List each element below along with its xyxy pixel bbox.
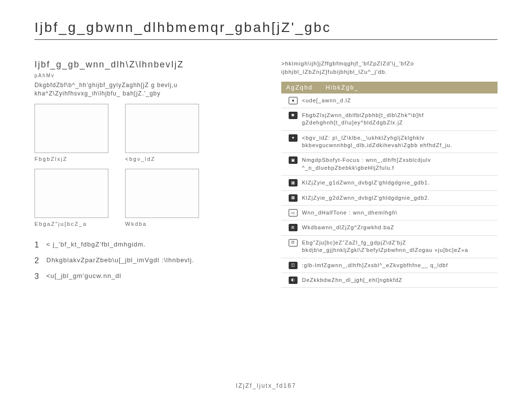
effect-icon-cell: ⊞	[284, 224, 302, 231]
effect-icon: ▲	[289, 97, 298, 104]
thumb-image	[125, 169, 199, 218]
effect-icon-cell: ⊡	[284, 239, 302, 247]
effect-icon-cell: ▣	[284, 156, 302, 164]
table-row: ●<bgv_ldZ: p\_lZ\klbe,_\ukhklZyhgljZklgh…	[281, 131, 498, 154]
effect-icon: ▦	[289, 194, 298, 202]
effect-description: DeZkkbdwZhn_dl_jgh[_ehl]ngbkfdZ	[302, 277, 495, 284]
effect-icon: ◐	[289, 277, 298, 284]
table-row: ▭Wnn_dHalfTone : wnn_dhemlhgh\	[281, 206, 498, 220]
effect-description: KlZjZyie_g2dZwnn_dvbglZ'ghldgdgnie_gdb2.	[302, 194, 495, 202]
effect-icon: ▭	[289, 209, 298, 216]
table-row: ⊞Wkdbawnn_dlZjZg^Zrgwkhd.baZ	[281, 220, 498, 235]
steps-list: 1 < j_'bf_kt_fdbgZ'fbl_dmhgidm. 2 Dhkgbl…	[34, 241, 262, 281]
th-icon-col: AgZqhd	[286, 84, 326, 91]
right-description: >hklmigh\ijh]jZffgbfmqghjf_'bfZpZlZd'\j_…	[281, 60, 498, 77]
thumb-label: EbgaZ"ju[bcZ_a	[34, 221, 108, 227]
effect-description: <ude[_awnn_d.lZ	[302, 97, 495, 104]
table-header: AgZqhd HibkZgb_	[281, 82, 498, 93]
thumb-item: EbgaZ"ju[bcZ_a	[34, 169, 108, 227]
thumb-label: FbgbZlxjZ	[34, 156, 108, 162]
effect-description: :glb-lmfZgwnn_,dlhfh]Zxsbl^_eZkvgbfhfne_…	[302, 262, 495, 269]
table-row: ▦KlZjZyie_g1dZwnn_dvbglZ'ghldgdgnie_gdb1…	[281, 176, 498, 190]
effect-icon: ▦	[289, 179, 298, 186]
effect-icon-cell: ▲	[284, 97, 302, 104]
table-row: ▣NmgdpSbofyt-Focus : wnn_,dlhfh]Zxsblcdj…	[281, 153, 498, 176]
effect-icon: ◫	[289, 262, 298, 269]
thumb-item: Wkdba	[125, 169, 199, 227]
step-item: 1 < j_'bf_kt_fdbgZ'fbl_dmhgidm.	[34, 241, 262, 249]
effect-description: Wnn_dHalfTone : wnn_dhemlhgh\	[302, 209, 495, 216]
step-text: DhkgblakvZparZbeb\u[_jbl_imVgdl :\lhnbev…	[46, 256, 194, 264]
effect-description: FbgbZlxjZwnn_dblfblZpbhb[t_dlb\Zhk^\b]hf…	[302, 112, 495, 127]
effect-description: KlZjZyie_g1dZwnn_dvbglZ'ghldgdgnie_gdb1.	[302, 179, 495, 186]
effect-icon-cell: ◉	[284, 112, 302, 119]
thumbnail-grid: FbgbZlxjZ <bgv_ldZ EbgaZ"ju[bcZ_a Wkdba	[34, 104, 262, 227]
shot-label: pAhMv	[34, 73, 262, 78]
effect-icon-cell: ▭	[284, 209, 302, 216]
table-row: ◐DeZkkbdwZhn_dl_jgh[_ehl]ngbkfdZ	[281, 273, 498, 288]
left-column: Ijbf_g_gb_wnn_dlh\Z\lhnbevIjZ pAhMv Dkgb…	[34, 60, 262, 288]
table-row: ▲<ude[_awnn_d.lZ	[281, 93, 498, 108]
step-number: 3	[34, 272, 46, 281]
thumb-image	[34, 169, 108, 218]
thumb-label: Wkdba	[125, 221, 199, 227]
table-row: ⊡Ebg"Zju[bc]eZ"ZaZl_fg_gdpjZ\dZ'bjZ bkdj…	[281, 236, 498, 258]
effect-icon: ◉	[289, 112, 298, 119]
effect-icon-cell: ●	[284, 134, 302, 142]
left-subtitle: Ijbf_g_gb_wnn_dlh\Z\lhnbevIjZ	[34, 60, 262, 70]
effect-icon-cell: ◫	[284, 262, 302, 269]
step-item: 2 DhkgblakvZparZbeb\u[_jbl_imVgdl :\lhnb…	[34, 256, 262, 265]
th-desc-col: HibkZgb_	[326, 84, 359, 91]
effect-icon: ⊡	[289, 239, 298, 247]
effect-icon: ▣	[289, 156, 298, 164]
table-row: ▦KlZjZyie_g2dZwnn_dvbglZ'ghldgdgnie_gdb2…	[281, 191, 498, 206]
step-item: 3 <u[_jbl_gm'gucw.nn_dl	[34, 272, 262, 281]
effect-icon: ⊞	[289, 224, 298, 231]
effect-description: NmgdpSbofyt-Focus : wnn_,dlhfh]Zxsblcdju…	[302, 156, 495, 172]
page-title: Ijbf_g_gbwnn_dlhbmemqr_gbah[jZ'_gbc	[34, 20, 498, 40]
effect-icon-cell: ▦	[284, 194, 302, 202]
step-number: 2	[34, 256, 46, 265]
thumb-image	[34, 104, 108, 153]
thumb-item: FbgbZlxjZ	[34, 104, 108, 162]
right-column: >hklmigh\ijh]jZffgbfmqghjf_'bfZpZlZd'\j_…	[281, 60, 498, 288]
step-text: < j_'bf_kt_fdbgZ'fbl_dmhgidm.	[46, 241, 146, 248]
page-footer: IZjZf_ljutx_fd167	[0, 382, 532, 389]
effect-description: <bgv_ldZ: p\_lZ\klbe,_\ukhklZyhgljZklghk…	[302, 134, 495, 150]
effect-icon-cell: ▦	[284, 179, 302, 186]
step-number: 1	[34, 241, 46, 249]
effect-icon-cell: ◐	[284, 277, 302, 284]
table-row: ◫:glb-lmfZgwnn_,dlhfh]Zxsbl^_eZkvgbfhfne…	[281, 258, 498, 273]
step-text: <u[_jbl_gm'gucw.nn_dl	[46, 272, 122, 279]
effect-description: Ebg"Zju[bc]eZ"ZaZl_fg_gdpjZ\dZ'bjZ bkdjb…	[302, 239, 495, 254]
left-description: DkgbfdZbf\b^_hh'ghijbf_gylyZaghh[jZ g be…	[34, 81, 262, 98]
thumb-image	[125, 104, 199, 153]
table-row: ◉FbgbZlxjZwnn_dblfblZpbhb[t_dlb\Zhk^\b]h…	[281, 108, 498, 131]
effect-icon: ●	[289, 134, 298, 142]
effect-description: Wkdbawnn_dlZjZg^Zrgwkhd.baZ	[302, 224, 495, 231]
thumb-item: <bgv_ldZ	[125, 104, 199, 162]
thumb-label: <bgv_ldZ	[125, 156, 199, 162]
effects-table: ▲<ude[_awnn_d.lZ◉FbgbZlxjZwnn_dblfblZpbh…	[281, 93, 498, 288]
